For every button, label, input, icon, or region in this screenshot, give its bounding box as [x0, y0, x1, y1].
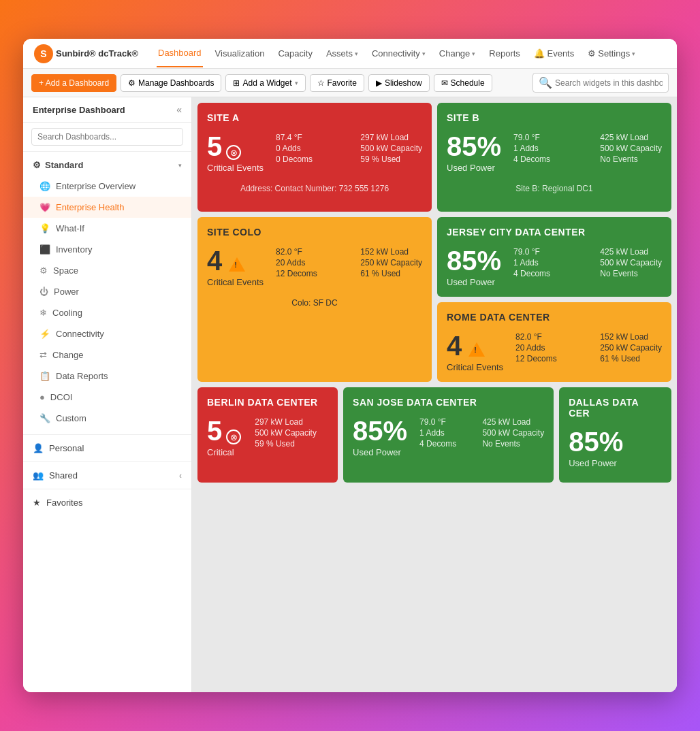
- sidebar-item-what-if[interactable]: 💡 What-If: [23, 218, 191, 239]
- dashboard-middle-grid: SITE COLO 4 Critical Events: [197, 217, 671, 382]
- site-colo-decoms: 12 Decoms: [276, 269, 317, 278]
- sidebar-item-space[interactable]: ⚙ Space: [23, 260, 191, 281]
- jersey-city-temp: 79.0 °F: [513, 247, 550, 257]
- standard-chevron-icon: ▾: [178, 162, 182, 169]
- dashboard-content: SITE A 5 ⊗ Critical Events 87.4 °F 0 Add…: [192, 97, 677, 692]
- rome-used: 61 % Used: [600, 354, 662, 363]
- site-a-name: SITE A: [207, 112, 422, 123]
- cooling-icon: ❄: [39, 308, 47, 318]
- sidebar-collapse-button[interactable]: «: [176, 104, 182, 115]
- rome-stats-right: 152 kW Load 250 kW Capacity 61 % Used: [600, 332, 662, 372]
- san-jose-main: 85% Used Power: [353, 417, 407, 457]
- site-colo-capacity: 250 kW Capacity: [360, 258, 422, 267]
- add-widget-button[interactable]: ⊞ Add a Widget ▾: [225, 74, 305, 92]
- sidebar-divider-2: [23, 461, 191, 462]
- add-dashboard-button[interactable]: + Add a Dashboard: [31, 74, 116, 92]
- san-jose-label: Used Power: [353, 447, 407, 457]
- manage-dashboards-button[interactable]: ⚙ Manage Dashboards: [121, 74, 221, 92]
- widget-search-box[interactable]: 🔍: [532, 73, 669, 93]
- site-a-used: 59 % Used: [360, 155, 422, 164]
- star-icon: ☆: [317, 78, 325, 88]
- berlin-load: 297 kW Load: [255, 417, 317, 427]
- jersey-city-adds: 1 Adds: [513, 258, 550, 267]
- sidebar-item-power[interactable]: ⏻ Power: [23, 281, 191, 302]
- rome-value-row: 4: [447, 332, 503, 359]
- dallas-label: Used Power: [569, 458, 662, 468]
- person-icon: 👤: [33, 443, 44, 453]
- berlin-value-row: 5 ⊗: [207, 417, 241, 444]
- site-colo-stats: 82.0 °F 20 Adds 12 Decoms: [276, 247, 317, 287]
- sidebar-shared-item[interactable]: 👥 Shared ‹: [23, 465, 191, 486]
- widget-search-input[interactable]: [555, 78, 663, 88]
- sidebar-divider-3: [23, 489, 191, 489]
- berlin-value: 5: [207, 417, 222, 444]
- san-jose-stats-right: 425 kW Load 500 kW Capacity No Events: [482, 417, 544, 457]
- wrench-icon: 🔧: [39, 413, 50, 423]
- nav-capacity[interactable]: Capacity: [276, 40, 314, 67]
- site-colo-label: Critical Events: [207, 277, 264, 287]
- nav-links: Dashboard Visualization Capacity Assets▾…: [157, 39, 666, 67]
- jersey-city-decoms: 4 Decoms: [513, 269, 550, 278]
- sidebar-item-enterprise-overview[interactable]: 🌐 Enterprise Overview: [23, 176, 191, 197]
- toolbar: + Add a Dashboard ⚙ Manage Dashboards ⊞ …: [23, 69, 677, 97]
- manage-icon: ⚙: [128, 78, 136, 88]
- nav-dashboard[interactable]: Dashboard: [157, 39, 203, 67]
- sidebar-personal-item[interactable]: 👤 Personal: [23, 438, 191, 459]
- site-b-stats-right: 425 kW Load 500 kW Capacity No Events: [600, 133, 662, 173]
- critical-icon: ⊗: [226, 145, 241, 160]
- sidebar-item-inventory[interactable]: ⬛ Inventory: [23, 239, 191, 260]
- nav-change[interactable]: Change▾: [438, 40, 477, 67]
- site-colo-value-row: 4: [207, 247, 264, 274]
- nav-assets[interactable]: Assets▾: [325, 40, 360, 67]
- jersey-city-stats: 79.0 °F 1 Adds 4 Decoms: [513, 247, 550, 287]
- sidebar-favorites-item[interactable]: ★ Favorites: [23, 492, 191, 513]
- san-jose-capacity: 500 kW Capacity: [482, 428, 544, 438]
- sidebar-standard-header[interactable]: ⚙ Standard ▾: [23, 155, 191, 176]
- site-a-stats: 87.4 °F 0 Adds 0 Decoms: [276, 133, 313, 173]
- jersey-city-name: Jersey City Data Center: [447, 227, 662, 238]
- site-b-value: 85%: [447, 133, 501, 160]
- sidebar-item-dcoi[interactable]: ● DCOI: [23, 387, 191, 408]
- sidebar-search-input[interactable]: [31, 128, 183, 146]
- nav-reports[interactable]: Reports: [488, 40, 522, 67]
- site-b-name: SITE B: [447, 112, 662, 123]
- nav-connectivity[interactable]: Connectivity▾: [370, 40, 427, 67]
- site-a-label: Critical Events: [207, 163, 264, 173]
- favorite-button[interactable]: ☆ Favorite: [310, 74, 364, 92]
- heart-icon: 💗: [39, 202, 50, 212]
- sidebar-item-cooling[interactable]: ❄ Cooling: [23, 302, 191, 323]
- san-jose-name: San Jose Data Center: [353, 397, 544, 408]
- jersey-city-main: 85% Used Power: [447, 247, 501, 287]
- slideshow-button[interactable]: ▶ Slideshow: [368, 74, 430, 92]
- berlin-main: 5 ⊗ Critical: [207, 417, 241, 457]
- site-a-content: 5 ⊗ Critical Events 87.4 °F 0 Adds 0 Dec…: [207, 133, 422, 173]
- rome-stats: 82.0 °F 20 Adds 12 Decoms: [515, 332, 557, 372]
- sidebar-item-data-reports[interactable]: 📋 Data Reports: [23, 366, 191, 387]
- nav-settings[interactable]: ⚙ Settings▾: [586, 40, 637, 67]
- sidebar-item-change[interactable]: ⇄ Change: [23, 344, 191, 366]
- rome-load: 152 kW Load: [600, 332, 662, 342]
- site-b-events: No Events: [600, 155, 662, 164]
- nav-visualization[interactable]: Visualization: [214, 40, 266, 67]
- site-a-decoms: 0 Decoms: [276, 155, 313, 164]
- slideshow-icon: ▶: [376, 78, 382, 88]
- site-colo-temp: 82.0 °F: [276, 247, 317, 257]
- brand-icon: S: [34, 44, 53, 63]
- site-a-value-row: 5 ⊗: [207, 133, 264, 160]
- site-a-capacity: 500 kW Capacity: [360, 144, 422, 153]
- schedule-button[interactable]: ✉ Schedule: [434, 74, 492, 92]
- jersey-city-events: No Events: [600, 269, 662, 278]
- san-jose-load: 425 kW Load: [482, 417, 544, 427]
- site-colo-load: 152 kW Load: [360, 247, 422, 257]
- sidebar-item-enterprise-health[interactable]: 💗 Enterprise Health: [23, 197, 191, 218]
- sidebar-item-custom[interactable]: 🔧 Custom: [23, 408, 191, 429]
- jersey-city-label: Used Power: [447, 277, 501, 287]
- rome-value: 4: [447, 332, 462, 359]
- sidebar-item-connectivity[interactable]: ⚡ Connectivity: [23, 323, 191, 344]
- standard-icon: ⚙: [33, 160, 41, 170]
- lightbulb-icon: 💡: [39, 223, 50, 233]
- space-icon: ⚙: [39, 265, 48, 276]
- nav-events[interactable]: 🔔 Events: [532, 40, 575, 67]
- site-a-main: 5 ⊗ Critical Events: [207, 133, 264, 173]
- site-a-temp: 87.4 °F: [276, 133, 313, 142]
